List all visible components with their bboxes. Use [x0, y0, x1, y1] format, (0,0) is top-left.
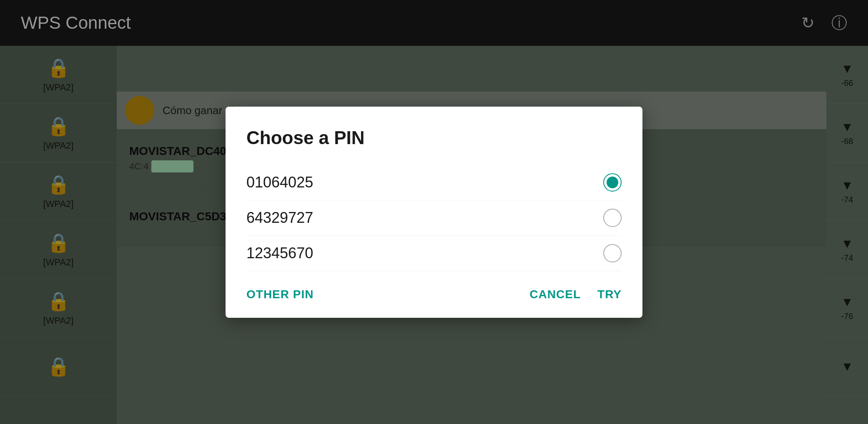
pin-option-3[interactable]: 12345670 — [246, 236, 622, 271]
pin-value-1: 01064025 — [246, 174, 313, 191]
radio-button-2[interactable] — [603, 209, 622, 227]
pin-option-2[interactable]: 64329727 — [246, 200, 622, 236]
pin-option-1[interactable]: 01064025 — [246, 165, 622, 200]
dialog-actions: OTHER PIN CANCEL TRY — [246, 288, 622, 301]
pin-value-2: 64329727 — [246, 209, 313, 227]
radio-button-1[interactable] — [603, 173, 622, 192]
other-pin-button[interactable]: OTHER PIN — [246, 288, 314, 301]
dialog-title: Choose a PIN — [246, 127, 622, 148]
cancel-button[interactable]: CANCEL — [529, 288, 581, 301]
try-button[interactable]: TRY — [597, 288, 622, 301]
dialog-overlay: Choose a PIN 01064025 64329727 12345670 … — [0, 0, 868, 424]
radio-button-3[interactable] — [603, 244, 622, 262]
choose-pin-dialog: Choose a PIN 01064025 64329727 12345670 … — [226, 107, 642, 318]
pin-value-3: 12345670 — [246, 244, 313, 262]
radio-inner-1 — [607, 177, 618, 188]
btn-group: CANCEL TRY — [529, 288, 622, 301]
